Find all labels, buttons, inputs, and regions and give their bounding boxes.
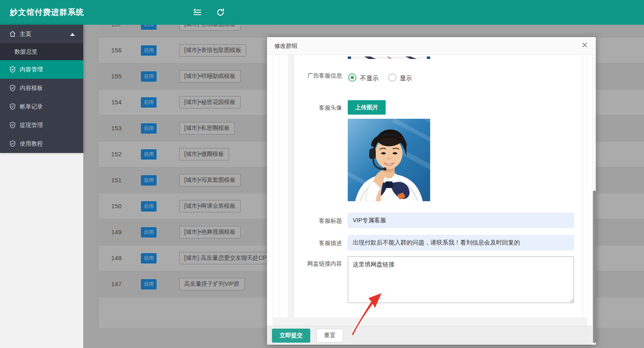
chevron-up-icon [70, 33, 75, 36]
netdisk-link-label: 网盘链接内容 [296, 259, 342, 268]
sidebar-item-label: 内容管理 [20, 66, 43, 73]
sidebar-item-label: 数据总览 [14, 48, 37, 56]
template-sidebar: 主页 数据总览 [0, 25, 83, 153]
shield-check-icon [9, 140, 16, 147]
sidebar-item[interactable]: 数据总览 [0, 43, 83, 60]
modal-header: 修改群组 [267, 37, 596, 55]
shield-check-icon [9, 122, 16, 129]
divider [272, 55, 273, 326]
app-title: 妙文馆付费进群系统 [10, 7, 84, 18]
sidebar-item[interactable]: 主页 [0, 25, 83, 43]
refresh-icon[interactable] [216, 8, 225, 17]
upload-image-button[interactable]: 上传图片 [348, 100, 386, 115]
divider [587, 55, 587, 326]
close-icon[interactable] [580, 41, 589, 50]
customer-service-avatar [348, 119, 430, 201]
sidebar-item-label: 帐单记录 [20, 103, 43, 111]
ad-info-label: 广告客服信息 [296, 71, 342, 80]
sidebar-item[interactable]: 使用教程 [0, 134, 83, 153]
gutter-stripe [288, 55, 294, 326]
shield-check-icon [9, 103, 16, 110]
scrollbar-thumb[interactable] [593, 190, 596, 343]
radio-hide[interactable] [348, 73, 356, 82]
sidebar-item[interactable]: 内容管理 [0, 60, 83, 79]
divider [279, 55, 279, 326]
cs-title-input[interactable] [348, 213, 574, 228]
sidebar-item[interactable]: 内容模板 [0, 79, 83, 97]
page-strip [272, 317, 587, 326]
netdisk-link-textarea[interactable]: 这里填网盘链接 [348, 256, 574, 303]
reset-button[interactable]: 重置 [316, 329, 343, 343]
shield-check-icon [9, 85, 16, 92]
home-icon [9, 31, 16, 38]
radio-hide-label[interactable]: 不显示 [360, 75, 379, 82]
shield-check-icon [9, 66, 16, 73]
radio-show-label[interactable]: 显示 [400, 75, 412, 82]
sidebar-item-label: 主页 [20, 31, 31, 38]
submit-button[interactable]: 立即提交 [272, 329, 310, 343]
cs-desc-input[interactable] [348, 235, 574, 250]
radio-show[interactable] [388, 73, 396, 82]
sidebar-item[interactable]: 帐单记录 [0, 97, 83, 116]
sidebar-item-label: 内容模板 [20, 85, 43, 92]
scrolled-image-sliver [348, 55, 430, 59]
modal-body: 广告客服信息 不显示 显示 客服头像 上传图片 [267, 55, 596, 345]
sidebar-item-label: 使用教程 [20, 140, 43, 148]
modal-title: 修改群组 [274, 42, 297, 50]
sidebar-item-label: 提现管理 [20, 122, 43, 129]
app-header: 妙文馆付费进群系统 [0, 0, 644, 25]
collapse-menu-icon[interactable] [193, 8, 202, 17]
group-edit-form: 广告客服信息 不显示 显示 客服头像 上传图片 [294, 55, 582, 317]
cs-desc-label: 客服描述 [296, 238, 342, 247]
modal-footer: 立即提交 重置 [267, 326, 596, 345]
avatar-label: 客服头像 [296, 103, 342, 112]
modal-scrollbar[interactable] [592, 55, 596, 345]
sidebar-item[interactable]: 提现管理 [0, 116, 83, 134]
cs-title-label: 客服标题 [296, 216, 342, 225]
sidebar-nav: 主页 数据总览 [0, 25, 83, 153]
edit-group-modal: 修改群组 广告客服信息 [267, 37, 596, 345]
